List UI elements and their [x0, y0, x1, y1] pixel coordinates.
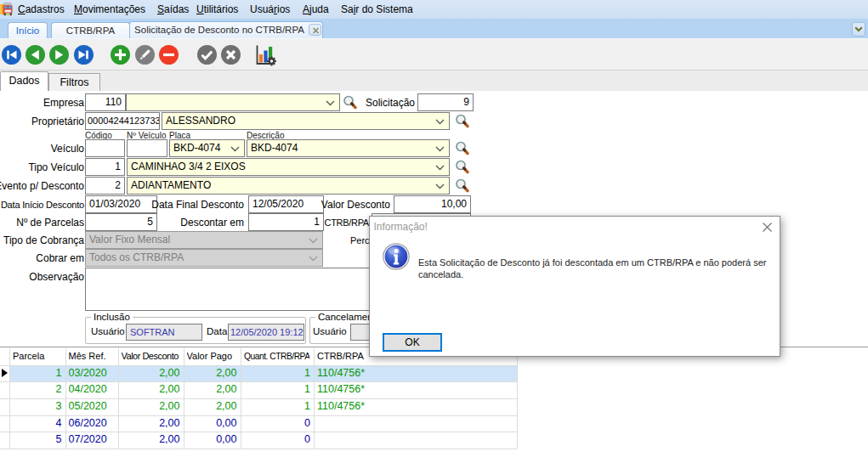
- grid-cell-mes[interactable]: 03/2020: [69, 365, 115, 382]
- tipo-cobranca-combo[interactable]: Valor Fixo Mensal: [85, 231, 323, 249]
- grid-cell-mes[interactable]: 04/2020: [69, 381, 115, 398]
- grid-cell-parcela[interactable]: 4: [13, 415, 62, 432]
- grid-cell-ctrb[interactable]: [317, 432, 513, 449]
- label-num-parcelas: Nº de Parcelas: [16, 217, 84, 229]
- grid-cell-desconto[interactable]: 2,00: [122, 415, 180, 432]
- tab-dados[interactable]: Dados: [0, 71, 48, 91]
- solicitacao-field[interactable]: 9: [417, 93, 474, 111]
- grid-cell-desconto[interactable]: 2,00: [122, 432, 180, 449]
- tab-ctrb-rpa[interactable]: CTRB/RPA: [51, 22, 130, 38]
- data-final-field[interactable]: 12/05/2020: [248, 195, 324, 213]
- tab-close-icon[interactable]: [309, 24, 321, 36]
- grid-header-4[interactable]: Quant. CTRB/RPA: [244, 348, 309, 365]
- data-inicio-field[interactable]: 01/03/2020: [85, 195, 157, 213]
- evento-code-field[interactable]: 2: [85, 177, 125, 195]
- evento-combo[interactable]: ADIANTAMENTO: [127, 177, 450, 195]
- tab-solicitacao-desconto[interactable]: Solicitação de Desconto no CTRB/RPA: [129, 21, 323, 38]
- grid-cell-ctrb[interactable]: 110/4756*: [317, 398, 513, 415]
- next-record-icon[interactable]: [49, 45, 69, 65]
- grid-header-0[interactable]: Parcela: [13, 348, 63, 365]
- grid-header-2[interactable]: Valor Desconto: [122, 348, 181, 365]
- grid-cell-quant[interactable]: 1: [244, 365, 311, 382]
- menu-sair-do-sistema[interactable]: Sair do Sistema: [341, 0, 413, 19]
- tab-inicio[interactable]: Início: [8, 22, 48, 38]
- search-icon[interactable]: [455, 141, 469, 155]
- grid-cell-parcela[interactable]: 2: [13, 381, 62, 398]
- label-inclusao-usuario: Usuário: [91, 325, 125, 337]
- veiculo-descricao-combo[interactable]: BKD-4074: [247, 139, 450, 157]
- empresa-code-field[interactable]: 110: [85, 93, 126, 111]
- menu-saidas[interactable]: Saídas: [157, 0, 189, 19]
- menu-usuarios[interactable]: Usuários: [250, 0, 290, 19]
- search-icon[interactable]: [455, 114, 469, 128]
- tipo-veiculo-combo[interactable]: CAMINHAO 3/4 2 EIXOS: [127, 158, 450, 176]
- descontar-em-field[interactable]: 1: [248, 213, 324, 231]
- grid-cell-quant[interactable]: 0: [244, 432, 311, 449]
- search-icon[interactable]: [455, 160, 469, 174]
- grid-cell-desconto[interactable]: 2,00: [122, 365, 180, 382]
- grid-cell-quant[interactable]: 0: [244, 415, 311, 432]
- veiculo-numero-field[interactable]: [127, 139, 167, 157]
- grid-cell-parcela[interactable]: 5: [13, 432, 62, 449]
- grid-header-1[interactable]: Mês Ref.: [69, 348, 116, 365]
- insert-record-icon[interactable]: [111, 45, 130, 65]
- label-solicitacao: Solicitação: [366, 97, 415, 109]
- last-record-icon[interactable]: [74, 45, 94, 65]
- proprietario-combo[interactable]: ALESSANDRO: [162, 112, 450, 130]
- num-parcelas-field[interactable]: 5: [85, 213, 157, 231]
- grid-cell-ctrb[interactable]: [317, 415, 513, 432]
- close-icon[interactable]: [762, 222, 773, 233]
- grid-cell-parcela[interactable]: 3: [13, 398, 62, 415]
- dialog-message-line1: Esta Solicitação de Desconto já foi desc…: [418, 257, 766, 268]
- tab-label: Início: [13, 25, 43, 36]
- first-record-icon[interactable]: [2, 45, 21, 65]
- tab-label: CTRB/RPA: [63, 25, 118, 36]
- grid-line: [314, 348, 315, 449]
- cancel-icon[interactable]: [221, 45, 241, 65]
- cobrar-em-combo[interactable]: Todos os CTRB/RPA: [85, 249, 323, 267]
- search-icon[interactable]: [455, 178, 469, 193]
- chart-gear-icon[interactable]: [255, 44, 277, 66]
- grid-cell-parcela[interactable]: 1: [13, 365, 62, 382]
- chevron-down-icon: [435, 146, 445, 152]
- empresa-combo[interactable]: [126, 93, 340, 111]
- prior-record-icon[interactable]: [26, 45, 45, 65]
- grid-cell-quant[interactable]: 1: [244, 381, 311, 398]
- ok-button[interactable]: OK: [383, 333, 442, 353]
- grid-cell-mes[interactable]: 05/2020: [69, 398, 115, 415]
- grid-cell-pago[interactable]: 2,00: [187, 398, 237, 415]
- valor-desconto-field[interactable]: 10,00: [394, 195, 471, 213]
- grid-cell-ctrb[interactable]: 110/4756*: [317, 381, 513, 398]
- chevron-down-icon: [435, 119, 445, 125]
- dialog-title: Informação!: [374, 221, 428, 233]
- grid-header-3[interactable]: Valor Pago: [187, 348, 238, 365]
- grid-cell-pago[interactable]: 0,00: [187, 432, 237, 449]
- menu-utilitarios[interactable]: Utilitários: [196, 0, 238, 19]
- grid-cell-mes[interactable]: 07/2020: [69, 432, 115, 449]
- search-icon[interactable]: [343, 95, 357, 110]
- delete-record-icon[interactable]: [159, 45, 179, 65]
- veiculo-codigo-field[interactable]: [85, 139, 125, 157]
- tab-overflow-button[interactable]: [852, 22, 865, 37]
- menu-ajuda[interactable]: Ajuda: [303, 0, 329, 19]
- grid-line: [0, 398, 517, 399]
- grid-cell-pago[interactable]: 2,00: [187, 381, 237, 398]
- combo-value: Valor Fixo Mensal: [89, 234, 170, 245]
- tipo-veiculo-code-field[interactable]: 1: [85, 158, 125, 176]
- edit-record-icon[interactable]: [135, 45, 155, 65]
- grid-cell-quant[interactable]: 1: [244, 398, 311, 415]
- grid-cell-mes[interactable]: 06/2020: [69, 415, 115, 432]
- tab-filtros[interactable]: Filtros: [48, 73, 100, 91]
- grid-cell-desconto[interactable]: 2,00: [122, 381, 180, 398]
- document-tab-strip: Início CTRB/RPA Solicitação de Desconto …: [0, 19, 868, 39]
- grid-cell-pago[interactable]: 2,00: [187, 365, 237, 382]
- label-veiculo: Veículo: [51, 143, 84, 155]
- menu-movimentacoes[interactable]: Movimentações: [74, 0, 145, 19]
- veiculo-placa-combo[interactable]: BKD-4074: [169, 139, 245, 157]
- menu-cadastros[interactable]: Cadastros: [18, 0, 65, 19]
- proprietario-code-field[interactable]: 00004244123733: [85, 112, 160, 130]
- grid-cell-pago[interactable]: 0,00: [187, 415, 237, 432]
- grid-cell-ctrb[interactable]: 110/4756*: [317, 365, 513, 382]
- grid-cell-desconto[interactable]: 2,00: [122, 398, 180, 415]
- confirm-icon[interactable]: [197, 45, 217, 65]
